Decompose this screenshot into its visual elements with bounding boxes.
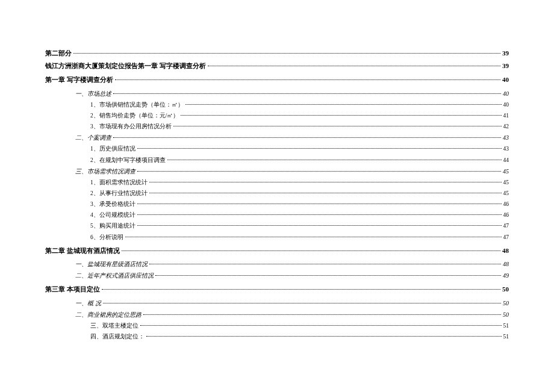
toc-entry: 第三章 本项目定位50 [45, 284, 509, 295]
toc-entry: 钱江方洲浙商大厦策划定位报告第一章 写字楼调查分析39 [45, 61, 509, 72]
toc-entry: 第二章 盐城现有酒店情况48 [45, 246, 509, 257]
toc-page-number: 45 [503, 178, 509, 187]
toc-page-number: 46 [503, 200, 509, 209]
toc-title: 3、承受价格统计 [90, 200, 135, 209]
toc-page-number: 50 [502, 284, 509, 295]
toc-title: 5、购买用途统计 [90, 222, 135, 231]
toc-page-number: 43 [503, 133, 509, 143]
toc-title: 四、酒店规划定位： [90, 332, 145, 341]
toc-entry: 2、在规划中写字楼项目调查44 [45, 156, 509, 165]
toc-title: 二、近年产权式酒店供应情况 [75, 271, 154, 281]
toc-entry: 二、近年产权式酒店供应情况49 [45, 271, 509, 281]
toc-leader-dots [140, 325, 502, 326]
toc-leader-dots [125, 237, 502, 237]
toc-title: 一、市场总述 [75, 89, 111, 99]
toc-leader-dots [149, 193, 502, 193]
toc-entry: 二、个案调查43 [45, 133, 509, 143]
toc-page-number: 46 [503, 211, 509, 220]
toc-leader-dots [173, 126, 502, 126]
toc-page-number: 47 [503, 222, 509, 231]
toc-leader-dots [155, 275, 501, 276]
toc-entry: 一、盐城现有星级酒店情况48 [45, 260, 509, 269]
toc-title: 二、商业裙房的定位思路 [75, 310, 142, 320]
toc-leader-dots [143, 314, 501, 315]
toc-leader-dots [102, 289, 500, 290]
toc-page-number: 50 [503, 299, 509, 308]
toc-page-number: 44 [503, 156, 509, 165]
toc-page-number: 49 [503, 271, 509, 281]
toc-page-number: 51 [503, 332, 509, 341]
toc-entry: 三、市场需求情况调查45 [45, 167, 509, 176]
toc-title: 6、分析说明 [90, 233, 123, 242]
toc-page-number: 48 [502, 246, 509, 257]
toc-title: 1、历史供应情况 [90, 145, 135, 154]
toc-title: 第三章 本项目定位 [45, 284, 100, 295]
toc-page-number: 43 [503, 145, 509, 154]
toc-entry: 2、从事行业情况统计45 [45, 189, 509, 198]
toc-leader-dots [103, 303, 502, 303]
toc-page-number: 40 [503, 101, 509, 110]
toc-leader-dots [73, 53, 500, 54]
toc-page-number: 40 [502, 75, 509, 86]
toc-title: 三、市场需求情况调查 [75, 167, 135, 176]
toc-entry: 1、面积需求情况统计45 [45, 178, 509, 187]
toc-title: 钱江方洲浙商大厦策划定位报告第一章 写字楼调查分析 [45, 61, 206, 72]
toc-leader-dots [149, 264, 501, 264]
toc-entry: 第二部分39 [45, 48, 509, 59]
toc-page-number: 50 [503, 310, 509, 320]
toc-leader-dots [185, 104, 502, 105]
toc-title: 2、从事行业情况统计 [90, 189, 148, 198]
toc-page-number: 42 [503, 122, 509, 131]
toc-page-number: 41 [503, 111, 509, 120]
toc-title: 第一章 写字楼调查分析 [45, 75, 113, 86]
toc-title: 第二章 盐城现有酒店情况 [45, 246, 120, 257]
toc-entry: 三、双塔主楼定位51 [45, 322, 509, 331]
toc-page-number: 48 [503, 260, 509, 269]
toc-title: 2、在规划中写字楼项目调查 [90, 156, 166, 165]
toc-leader-dots [181, 115, 501, 116]
toc-leader-dots [115, 79, 500, 80]
toc-entry: 第一章 写字楼调查分析40 [45, 75, 509, 86]
toc-title: 二、个案调查 [75, 133, 111, 143]
toc-entry: 5、购买用途统计47 [45, 222, 509, 231]
toc-page-number: 40 [503, 89, 509, 99]
toc-title: 一、盐城现有星级酒店情况 [75, 260, 148, 269]
toc-entry: 四、酒店规划定位：51 [45, 332, 509, 341]
toc-title: 三、双塔主楼定位 [90, 322, 138, 331]
toc-title: 3、市场现有办公用房情况分析 [90, 122, 172, 131]
toc-leader-dots [113, 137, 501, 138]
toc-entry: 一、市场总述40 [45, 89, 509, 99]
toc-title: 2、销售均价走势（单位：元/㎡） [90, 111, 179, 120]
toc-page-number: 39 [502, 48, 509, 59]
toc-entry: 1、历史供应情况43 [45, 145, 509, 154]
toc-leader-dots [137, 204, 502, 204]
toc-entry: 6、分析说明47 [45, 233, 509, 242]
toc-leader-dots [167, 160, 502, 160]
toc-leader-dots [113, 93, 501, 94]
toc-page-number: 47 [503, 233, 509, 242]
toc-page-number: 45 [503, 189, 509, 198]
toc-page-number: 51 [503, 322, 509, 331]
toc-leader-dots [208, 66, 500, 66]
toc-leader-dots [146, 336, 502, 337]
toc-leader-dots [149, 182, 502, 182]
toc-entry: 3、承受价格统计46 [45, 200, 509, 209]
toc-leader-dots [137, 148, 502, 149]
toc-entry: 3、市场现有办公用房情况分析42 [45, 122, 509, 131]
toc-title: 1、市场供销情况走势（单位：㎡） [90, 101, 184, 110]
toc-entry: 2、销售均价走势（单位：元/㎡）41 [45, 111, 509, 120]
table-of-contents: 第二部分39钱江方洲浙商大厦策划定位报告第一章 写字楼调查分析39第一章 写字楼… [45, 48, 509, 341]
toc-title: 4、公司规模统计 [90, 211, 135, 220]
toc-page-number: 39 [502, 61, 509, 72]
toc-page-number: 45 [503, 167, 509, 176]
toc-entry: 4、公司规模统计46 [45, 211, 509, 220]
toc-entry: 二、商业裙房的定位思路50 [45, 310, 509, 320]
toc-leader-dots [137, 225, 502, 226]
toc-title: 第二部分 [45, 48, 72, 59]
toc-leader-dots [137, 214, 502, 215]
toc-entry: 一、概 况50 [45, 299, 509, 308]
toc-leader-dots [122, 250, 500, 251]
toc-leader-dots [137, 171, 501, 172]
toc-entry: 1、市场供销情况走势（单位：㎡）40 [45, 101, 509, 110]
toc-title: 一、概 况 [75, 299, 101, 308]
